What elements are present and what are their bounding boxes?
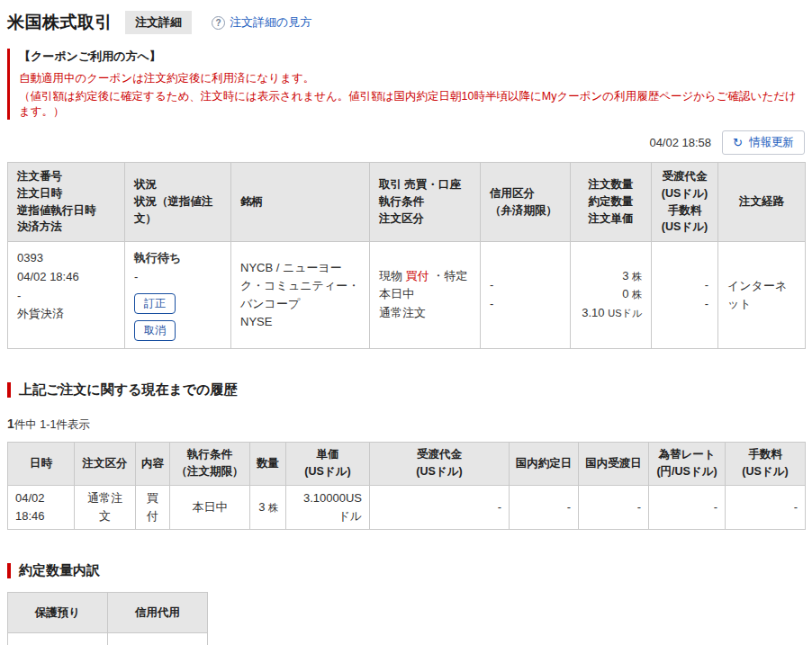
refresh-button[interactable]: ↻ 情報更新 — [722, 130, 805, 155]
order-route: インターネット — [727, 279, 787, 310]
header-settlement: 受渡代金 (USドル) 手数料 (USドル) — [652, 163, 718, 242]
section-accent-bar — [7, 382, 11, 398]
order-detail-table: 注文番号 注文日時 逆指値執行日時 決済方法 状況 状況（逆指値注文） 銘柄 取… — [7, 162, 806, 349]
cell-settlement: - - — [652, 242, 718, 349]
refresh-button-label: 情報更新 — [749, 135, 794, 150]
account-type: ・特定 — [432, 269, 467, 282]
history-section-title: 上記ご注文に関する現在までの履歴 — [7, 381, 805, 399]
page-title: 米国株式取引 — [7, 11, 113, 34]
history-header-qty: 数量 — [250, 442, 286, 485]
settlement-amount: - — [661, 276, 708, 295]
symbol-name: NYCB / ニューヨーク・コミュニティー・バンコープ — [240, 259, 360, 313]
stop-exec-datetime: - — [17, 287, 115, 306]
order-history-table: 日時 注文区分 内容 執行条件 （注文期限） 数量 単価 (USドル) 受渡代金… — [7, 442, 806, 530]
coupon-notice: 【クーポンご利用の方へ】 自動適用中のクーポンは注文約定後に利用済になります。 … — [7, 49, 805, 120]
history-header-row: 日時 注文区分 内容 執行条件 （注文期限） 数量 単価 (USドル) 受渡代金… — [8, 442, 806, 485]
order-table-row: 0393 04/02 18:46 - 外貨決済 執行待ち - 訂正 取消 NYC… — [8, 242, 806, 349]
history-order-type: 通常注文 — [75, 485, 136, 529]
page-header: 米国株式取引 注文詳細 ? 注文詳細の見方 — [7, 11, 805, 34]
order-detail-page: 米国株式取引 注文詳細 ? 注文詳細の見方 【クーポンご利用の方へ】 自動適用中… — [0, 0, 812, 645]
history-price: 3.10000USドル — [286, 485, 370, 529]
header-symbol: 銘柄 — [231, 163, 370, 242]
margin-term: - — [490, 295, 561, 314]
history-row: 04/02 18:46 通常注文 買付 本日中 3 株 3.10000USドル … — [8, 485, 806, 529]
order-price: 3.10 — [582, 306, 604, 319]
margin-type: - — [490, 276, 561, 295]
filled-qty: 0 — [622, 287, 628, 300]
help-link[interactable]: ? 注文詳細の見方 — [212, 14, 311, 31]
question-circle-icon: ? — [212, 16, 225, 30]
history-header-domestic-contract-date: 国内約定日 — [510, 442, 579, 485]
header-trade: 取引 売買・口座 執行条件 注文区分 — [370, 163, 481, 242]
breakdown-row: 0 株 - — [8, 632, 208, 645]
coupon-notice-heading: 【クーポンご利用の方へ】 — [19, 49, 805, 65]
coupon-notice-line1: 自動適用中のクーポンは注文約定後に利用済になります。 — [19, 71, 805, 86]
cell-status: 執行待ち - 訂正 取消 — [125, 242, 231, 349]
order-status: 執行待ち — [134, 249, 221, 268]
header-margin-type: 信用区分 （弁済期限） — [481, 163, 571, 242]
toolbar: 04/02 18:58 ↻ 情報更新 — [7, 130, 805, 155]
order-qty-unit: 株 — [632, 271, 642, 282]
order-price-unit: USドル — [608, 308, 642, 318]
help-link-label: 注文詳細の見方 — [230, 14, 311, 31]
exchange-name: NYSE — [240, 313, 360, 331]
breakdown-header-row: 保護預り 信用代用 — [8, 592, 208, 632]
history-header-action: 内容 — [136, 442, 170, 485]
settlement-method: 外貨決済 — [17, 305, 115, 324]
history-datetime: 04/02 18:46 — [8, 485, 75, 529]
cell-symbol: NYCB / ニューヨーク・コミュニティー・バンコープ NYSE — [231, 242, 370, 349]
order-datetime: 04/02 18:46 — [17, 268, 115, 287]
order-status-stop: - — [134, 268, 221, 287]
section-accent-bar — [7, 563, 11, 578]
trade-side: 買付 — [406, 269, 429, 282]
breakdown-section-title: 約定数量内訳 — [7, 562, 805, 579]
breakdown-protected-deposit: 0 株 — [8, 632, 108, 645]
breakdown-table: 保護預り 信用代用 0 株 - — [7, 592, 208, 645]
cell-trade: 現物 買付 ・特定 本日中 通常注文 — [370, 242, 481, 349]
refresh-icon: ↻ — [733, 137, 743, 148]
history-header-exec-condition: 執行条件 （注文期限） — [170, 442, 250, 485]
history-header-price: 単価 (USドル) — [286, 442, 370, 485]
history-settlement: - — [370, 485, 510, 529]
breakdown-header-margin-substitute: 信用代用 — [108, 592, 208, 632]
history-exec-condition: 本日中 — [170, 485, 250, 529]
breakdown-section-title-text: 約定数量内訳 — [19, 562, 100, 579]
result-count-text: 件中 1-1件表示 — [14, 418, 90, 431]
breakdown-header-protected-deposit: 保護預り — [8, 592, 108, 632]
commission: - — [661, 295, 708, 314]
order-table-header-row: 注文番号 注文日時 逆指値執行日時 決済方法 状況 状況（逆指値注文） 銘柄 取… — [8, 163, 806, 242]
header-status: 状況 状況（逆指値注文） — [125, 163, 231, 242]
history-commission: - — [726, 485, 806, 529]
cancel-button[interactable]: 取消 — [134, 320, 176, 341]
order-qty: 3 — [622, 269, 628, 282]
trade-type: 現物 — [379, 269, 402, 282]
cell-margin-type: - - — [481, 242, 571, 349]
history-section-title-text: 上記ご注文に関する現在までの履歴 — [19, 381, 237, 399]
history-action: 買付 — [136, 485, 170, 529]
history-qty-unit: 株 — [268, 502, 278, 513]
history-fx-rate: - — [649, 485, 726, 529]
history-qty: 3 株 — [250, 485, 286, 529]
history-header-commission: 手数料 (USドル) — [726, 442, 806, 485]
history-header-fx-rate: 為替レート (円/USドル) — [649, 442, 726, 485]
last-updated-timestamp: 04/02 18:58 — [649, 136, 711, 149]
order-type: 通常注文 — [379, 304, 471, 323]
history-domestic-settlement-date: - — [579, 485, 649, 529]
header-quantity: 注文数量 約定数量 注文単価 — [571, 163, 652, 242]
coupon-notice-line2: （値引額は約定後に確定するため、注文時には表示されません。値引額は国内約定日朝1… — [19, 89, 805, 120]
cell-order-route: インターネット — [718, 242, 806, 349]
order-number: 0393 — [17, 249, 115, 268]
header-order-route: 注文経路 — [718, 163, 806, 242]
history-header-settlement: 受渡代金 (USドル) — [370, 442, 510, 485]
history-header-order-type: 注文区分 — [75, 442, 136, 485]
history-header-domestic-settlement-date: 国内受渡日 — [579, 442, 649, 485]
result-count-number: 1 — [7, 417, 14, 431]
header-order-number: 注文番号 注文日時 逆指値執行日時 決済方法 — [8, 163, 125, 242]
cell-quantity: 3 株 0 株 3.10 USドル — [571, 242, 652, 349]
history-header-datetime: 日時 — [8, 442, 75, 485]
result-count: 1件中 1-1件表示 — [7, 417, 805, 433]
amend-button[interactable]: 訂正 — [134, 293, 176, 314]
breakdown-margin-substitute: - — [108, 632, 208, 645]
cell-order-number: 0393 04/02 18:46 - 外貨決済 — [8, 242, 125, 349]
order-detail-badge: 注文詳細 — [125, 11, 192, 34]
